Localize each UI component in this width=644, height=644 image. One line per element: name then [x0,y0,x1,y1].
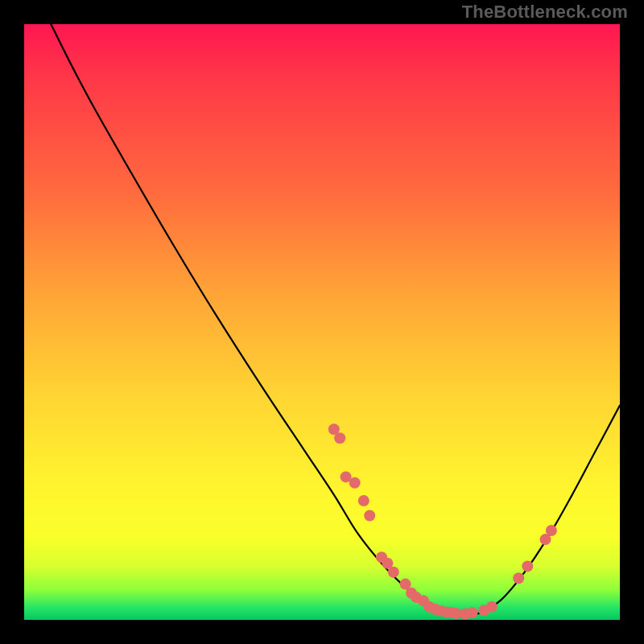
data-dot [358,495,369,506]
plot-area [24,24,620,620]
chart-container: TheBottleneck.com [0,0,644,644]
watermark-text: TheBottleneck.com [462,2,628,23]
data-dot [486,601,497,613]
data-dot [513,572,524,584]
data-dot [546,525,557,536]
data-dot [467,607,478,618]
data-dots-group [328,423,557,619]
data-dot [388,567,399,578]
data-dot [349,477,361,489]
data-dot [334,432,345,444]
bottleneck-curve [51,24,620,615]
curve-layer [24,24,620,620]
data-dot [364,510,375,522]
data-dot [522,560,533,572]
